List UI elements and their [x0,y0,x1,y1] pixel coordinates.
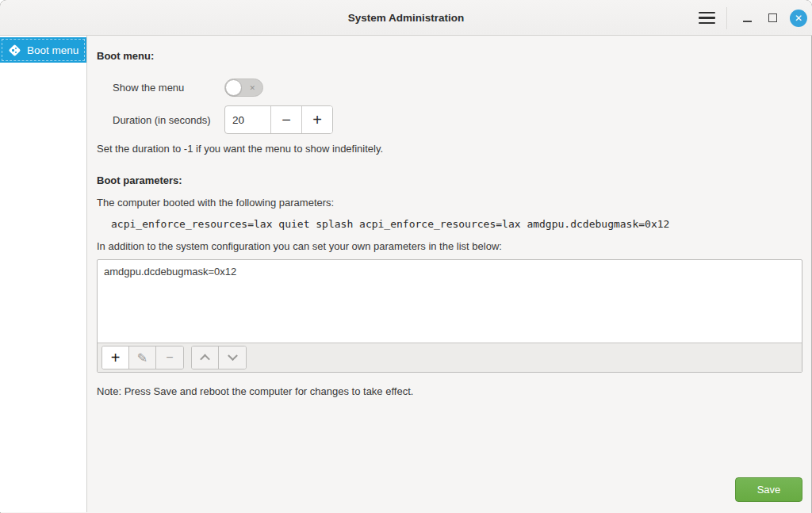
duration-spinner: − + [224,105,333,134]
boot-diamond-icon [8,44,21,56]
hamburger-icon [699,12,715,25]
app-menu-button[interactable] [694,6,719,31]
custom-params-intro: In addition to the system configuration … [97,240,802,252]
toggle-off-icon: ✕ [249,84,255,91]
show-menu-label: Show the menu [113,82,224,94]
minimize-button[interactable] [734,6,760,31]
add-param-button[interactable]: + [102,346,129,369]
custom-params-box: amdgpu.dcdebugmask=0x12 + ✎ − [97,259,802,373]
close-button[interactable]: ✕ [790,10,807,27]
move-down-button[interactable] [219,346,246,369]
pencil-icon: ✎ [137,350,147,366]
maximize-button[interactable] [760,6,785,31]
sidebar-item-label: Boot menu [27,44,79,56]
custom-params-list[interactable]: amdgpu.dcdebugmask=0x12 [98,260,802,343]
save-button[interactable]: Save [735,477,802,502]
chevron-up-icon [200,354,210,364]
duration-decrement-button[interactable]: − [271,106,301,133]
show-menu-toggle[interactable]: ✕ [224,78,263,97]
toggle-knob [225,79,242,96]
main-panel: Boot menu: Show the menu ✕ Duration (in … [87,36,812,512]
duration-label: Duration (in seconds) [113,114,224,126]
window-controls: ✕ [694,0,807,36]
titlebar: System Administration ✕ [0,0,812,36]
titlebar-separator [726,7,727,29]
sidebar: Boot menu [0,36,87,512]
chevron-down-icon [228,350,238,361]
params-toolbar: + ✎ − [98,343,802,372]
show-menu-row: Show the menu ✕ [97,78,802,97]
move-up-button[interactable] [192,346,219,369]
duration-increment-button[interactable]: + [302,106,332,133]
booted-with-label: The computer booted with the following p… [97,197,802,209]
duration-input[interactable] [225,106,270,133]
window-title: System Administration [0,0,812,36]
remove-param-button[interactable]: − [156,346,183,369]
save-note: Note: Press Save and reboot the computer… [97,385,802,397]
sidebar-item-boot-menu[interactable]: Boot menu [0,37,86,63]
boot-menu-heading: Boot menu: [97,50,802,62]
maximize-icon [768,13,777,22]
booted-params-value: acpi_enforce_resources=lax quiet splash … [111,218,802,230]
duration-hint: Set the duration to -1 if you want the m… [97,143,802,155]
system-administration-window: System Administration ✕ Boot me [0,0,812,513]
edit-button-group: + ✎ − [102,346,184,369]
list-item[interactable]: amdgpu.dcdebugmask=0x12 [104,265,795,278]
boot-parameters-heading: Boot parameters: [97,174,802,186]
edit-param-button[interactable]: ✎ [129,346,156,369]
close-icon: ✕ [795,13,802,23]
duration-row: Duration (in seconds) − + [97,105,802,134]
minimize-icon [743,21,752,22]
reorder-button-group [191,346,247,369]
